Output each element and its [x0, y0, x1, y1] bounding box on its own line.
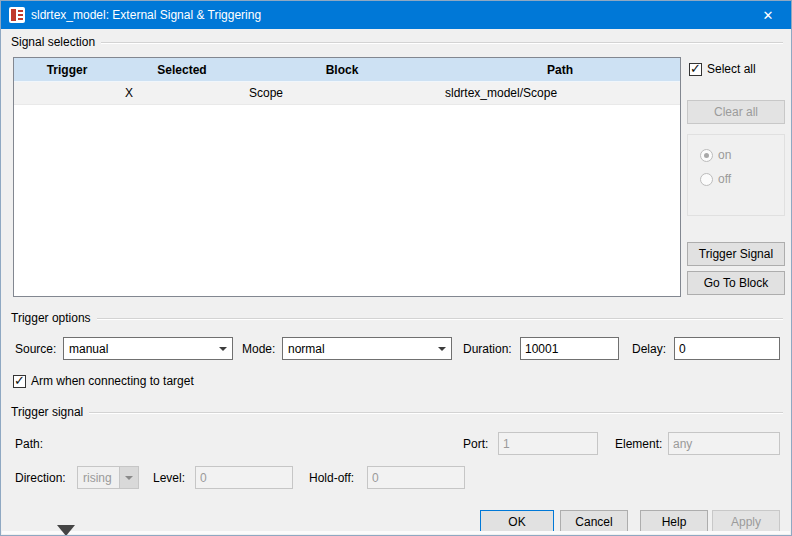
trigger-options-header: Trigger options	[11, 311, 783, 325]
mode-label: Mode:	[242, 342, 275, 356]
arm-when-connecting-label: Arm when connecting to target	[31, 374, 194, 388]
help-button[interactable]: Help	[640, 510, 708, 533]
column-header-trigger[interactable]: Trigger	[14, 58, 120, 81]
holdoff-label: Hold-off:	[309, 471, 354, 485]
close-icon: ✕	[763, 8, 774, 23]
direction-label: Direction:	[15, 471, 66, 485]
close-button[interactable]: ✕	[745, 1, 791, 29]
divider	[97, 318, 783, 320]
divider	[89, 412, 783, 414]
column-header-path[interactable]: Path	[440, 58, 680, 81]
signal-selection-header: Signal selection	[11, 35, 783, 49]
apply-button[interactable]: Apply	[712, 510, 780, 533]
signal-selection-label: Signal selection	[11, 35, 95, 49]
titlebar[interactable]: sldrtex_model: External Signal & Trigger…	[1, 1, 791, 29]
mode-value: normal	[283, 342, 432, 356]
cell-selected: X	[120, 82, 244, 104]
level-label: Level:	[153, 471, 185, 485]
source-value: manual	[64, 342, 213, 356]
clear-all-button[interactable]: Clear all	[687, 100, 785, 124]
direction-value: rising	[78, 471, 119, 485]
select-all-label: Select all	[707, 62, 756, 76]
window-bottom-edge	[2, 531, 790, 534]
cancel-button[interactable]: Cancel	[560, 510, 628, 533]
path-label: Path:	[15, 437, 43, 451]
resize-grip-icon	[57, 525, 75, 536]
app-icon	[9, 7, 25, 23]
radio-selected-icon	[700, 149, 713, 162]
chevron-down-icon	[432, 338, 451, 359]
radio-on-label: on	[718, 148, 731, 162]
signal-table: Trigger Selected Block Path X Scope sldr…	[13, 57, 681, 297]
direction-dropdown[interactable]: rising	[77, 466, 139, 489]
level-input[interactable]	[195, 466, 293, 489]
trigger-signal-header: Trigger signal	[11, 405, 783, 419]
trigger-signal-button[interactable]: Trigger Signal	[687, 242, 785, 266]
radio-off[interactable]: off	[700, 172, 731, 186]
delay-input[interactable]	[674, 337, 780, 360]
cell-trigger	[14, 82, 120, 104]
cell-block: Scope	[244, 82, 440, 104]
ok-button[interactable]: OK	[480, 510, 554, 533]
delay-label: Delay:	[632, 342, 666, 356]
source-dropdown[interactable]: manual	[63, 337, 233, 360]
duration-label: Duration:	[463, 342, 512, 356]
checkbox-checked-icon	[13, 375, 26, 388]
divider	[101, 42, 783, 44]
window-title: sldrtex_model: External Signal & Trigger…	[31, 8, 261, 22]
signal-table-header-row: Trigger Selected Block Path	[14, 58, 680, 82]
trigger-options-label: Trigger options	[11, 311, 91, 325]
radio-off-label: off	[718, 172, 731, 186]
mode-dropdown[interactable]: normal	[282, 337, 452, 360]
chevron-down-icon	[119, 467, 138, 488]
checkbox-checked-icon	[689, 63, 702, 76]
holdoff-input[interactable]	[367, 466, 465, 489]
select-all-checkbox[interactable]: Select all	[689, 62, 756, 76]
column-header-block[interactable]: Block	[244, 58, 440, 81]
go-to-block-button[interactable]: Go To Block	[687, 271, 785, 295]
element-input[interactable]	[668, 432, 780, 455]
chevron-down-icon	[213, 338, 232, 359]
port-label: Port:	[463, 437, 488, 451]
duration-input[interactable]	[520, 337, 619, 360]
arm-when-connecting-checkbox[interactable]: Arm when connecting to target	[13, 374, 194, 388]
cell-path: sldrtex_model/Scope	[440, 82, 680, 104]
trigger-state-group: on off	[687, 134, 785, 216]
dialog-window: sldrtex_model: External Signal & Trigger…	[0, 0, 792, 536]
radio-unselected-icon	[700, 173, 713, 186]
source-label: Source:	[15, 342, 56, 356]
trigger-signal-label: Trigger signal	[11, 405, 83, 419]
table-row[interactable]: X Scope sldrtex_model/Scope	[14, 82, 680, 105]
column-header-selected[interactable]: Selected	[120, 58, 244, 81]
element-label: Element:	[615, 437, 662, 451]
port-input[interactable]	[498, 432, 598, 455]
radio-on[interactable]: on	[700, 148, 731, 162]
